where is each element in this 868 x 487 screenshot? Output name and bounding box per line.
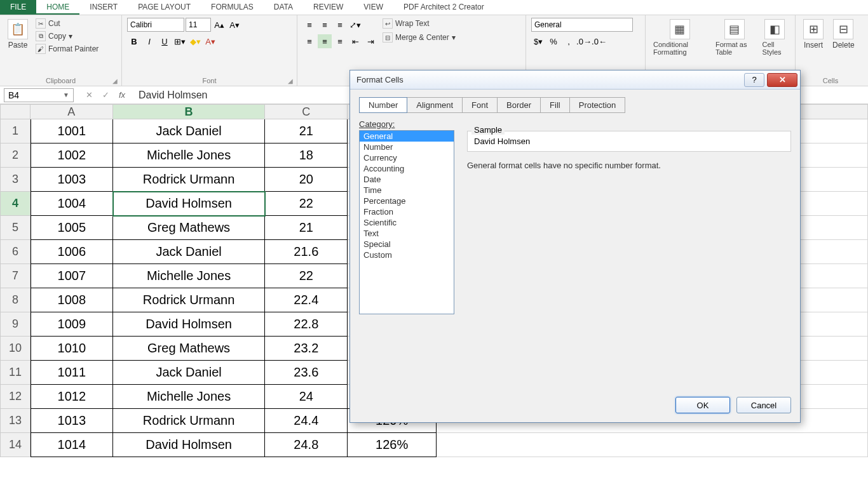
- tab-review[interactable]: REVIEW: [303, 0, 353, 15]
- fx-icon[interactable]: fx: [116, 90, 128, 100]
- column-header-C[interactable]: C: [265, 104, 348, 119]
- category-listbox[interactable]: GeneralNumberCurrencyAccountingDateTimeP…: [359, 130, 454, 314]
- name-box[interactable]: B4▼: [4, 88, 74, 102]
- cell-A5[interactable]: 1005: [31, 216, 113, 240]
- font-size-select[interactable]: [186, 18, 211, 32]
- cell-B9[interactable]: David Holmsen: [113, 312, 266, 337]
- cell-I14[interactable]: [437, 433, 868, 457]
- cell-A9[interactable]: 1009: [31, 312, 113, 337]
- row-header-12[interactable]: 12: [0, 385, 31, 409]
- font-color-button[interactable]: A▾: [203, 34, 217, 48]
- row-header-2[interactable]: 2: [0, 143, 31, 168]
- cell-A3[interactable]: 1003: [31, 168, 113, 192]
- tab-file[interactable]: FILE: [0, 0, 36, 15]
- comma-format-icon[interactable]: ,: [562, 34, 576, 48]
- cell-A8[interactable]: 1008: [31, 288, 113, 312]
- cell-B6[interactable]: Jack Daniel: [113, 240, 266, 264]
- cell-C2[interactable]: 18: [265, 143, 348, 168]
- cell-B12[interactable]: Michelle Jones: [113, 385, 266, 409]
- percent-format-icon[interactable]: %: [546, 34, 560, 48]
- tab-formulas[interactable]: FORMULAS: [201, 0, 264, 15]
- decrease-font-icon[interactable]: A▾: [227, 18, 241, 32]
- italic-button[interactable]: I: [142, 34, 156, 48]
- select-all-corner[interactable]: [0, 104, 31, 119]
- delete-button[interactable]: ⊟Delete: [830, 18, 857, 51]
- category-item-currency[interactable]: Currency: [360, 152, 454, 163]
- category-item-special[interactable]: Special: [360, 239, 454, 250]
- cell-A14[interactable]: 1014: [31, 433, 113, 457]
- cut-button[interactable]: ✂Cut: [34, 18, 100, 29]
- row-header-1[interactable]: 1: [0, 119, 31, 143]
- cell-A7[interactable]: 1007: [31, 264, 113, 288]
- cell-B2[interactable]: Michelle Jones: [113, 143, 266, 168]
- tab-data[interactable]: DATA: [264, 0, 303, 15]
- category-item-time[interactable]: Time: [360, 185, 454, 196]
- cell-A12[interactable]: 1012: [31, 385, 113, 409]
- dialog-help-icon[interactable]: ?: [744, 73, 764, 87]
- row-header-8[interactable]: 8: [0, 288, 31, 312]
- decrease-indent-icon[interactable]: ⇤: [348, 34, 362, 48]
- conditional-formatting-button[interactable]: ▦Conditional Formatting: [651, 18, 709, 57]
- tab-insert[interactable]: INSERT: [79, 0, 128, 15]
- cell-C14[interactable]: 24.8: [265, 433, 348, 457]
- cancel-edit-icon[interactable]: ✕: [83, 90, 95, 100]
- align-left-icon[interactable]: ≡: [302, 34, 316, 48]
- cell-C7[interactable]: 22: [265, 264, 348, 288]
- format-as-table-button[interactable]: ▤Format as Table: [713, 18, 756, 57]
- cell-A13[interactable]: 1013: [31, 409, 113, 433]
- category-item-accounting[interactable]: Accounting: [360, 163, 454, 174]
- copy-button[interactable]: ⧉Copy ▾: [34, 30, 100, 42]
- cell-B11[interactable]: Jack Daniel: [113, 361, 266, 385]
- column-header-A[interactable]: A: [31, 104, 113, 119]
- increase-font-icon[interactable]: A▴: [212, 18, 226, 32]
- cell-B14[interactable]: David Holmsen: [113, 433, 266, 457]
- cell-C10[interactable]: 23.2: [265, 337, 348, 361]
- dialog-tab-protection[interactable]: Protection: [569, 97, 626, 113]
- cell-A2[interactable]: 1002: [31, 143, 113, 168]
- category-item-number[interactable]: Number: [360, 142, 454, 152]
- category-item-fraction[interactable]: Fraction: [360, 206, 454, 217]
- cell-B7[interactable]: Michelle Jones: [113, 264, 266, 288]
- cell-C3[interactable]: 20: [265, 168, 348, 192]
- cell-C11[interactable]: 23.6: [265, 361, 348, 385]
- increase-decimal-icon[interactable]: .0→: [577, 34, 591, 48]
- cell-A4[interactable]: 1004: [31, 192, 113, 216]
- cell-C8[interactable]: 22.4: [265, 288, 348, 312]
- format-painter-button[interactable]: 🖌Format Painter: [34, 43, 100, 55]
- category-item-text[interactable]: Text: [360, 228, 454, 239]
- fill-color-button[interactable]: ◆▾: [188, 34, 202, 48]
- cell-B13[interactable]: Rodrick Urmann: [113, 409, 266, 433]
- row-header-9[interactable]: 9: [0, 312, 31, 337]
- cell-C5[interactable]: 21: [265, 216, 348, 240]
- tab-home[interactable]: HOME: [36, 0, 79, 15]
- row-header-11[interactable]: 11: [0, 361, 31, 385]
- cell-D14[interactable]: 126%: [348, 433, 437, 457]
- underline-button[interactable]: U: [158, 34, 172, 48]
- category-item-date[interactable]: Date: [360, 174, 454, 185]
- ok-button[interactable]: OK: [675, 397, 730, 413]
- name-box-dropdown-icon[interactable]: ▼: [63, 91, 69, 98]
- decrease-decimal-icon[interactable]: .0←: [592, 34, 606, 48]
- cell-B3[interactable]: Rodrick Urmann: [113, 168, 266, 192]
- borders-button[interactable]: ⊞▾: [173, 34, 187, 48]
- dialog-tab-font[interactable]: Font: [462, 97, 498, 113]
- accounting-format-icon[interactable]: $▾: [531, 34, 545, 48]
- dialog-tab-fill[interactable]: Fill: [540, 97, 570, 113]
- cell-C1[interactable]: 21: [265, 119, 348, 143]
- increase-indent-icon[interactable]: ⇥: [363, 34, 377, 48]
- category-item-custom[interactable]: Custom: [360, 250, 454, 260]
- cell-styles-button[interactable]: ◧Cell Styles: [760, 18, 790, 57]
- font-launcher-icon[interactable]: ◢: [288, 77, 293, 84]
- dialog-tab-number[interactable]: Number: [359, 97, 407, 113]
- row-header-4[interactable]: 4: [0, 192, 31, 216]
- row-header-3[interactable]: 3: [0, 168, 31, 192]
- cell-A11[interactable]: 1011: [31, 361, 113, 385]
- align-right-icon[interactable]: ≡: [333, 34, 347, 48]
- row-header-7[interactable]: 7: [0, 264, 31, 288]
- align-top-icon[interactable]: ≡: [302, 18, 316, 32]
- row-header-13[interactable]: 13: [0, 409, 31, 433]
- insert-button[interactable]: ⊞Insert: [801, 18, 826, 51]
- merge-center-button[interactable]: ⊟Merge & Center ▾: [381, 32, 457, 43]
- align-bottom-icon[interactable]: ≡: [333, 18, 347, 32]
- cancel-button[interactable]: Cancel: [736, 397, 791, 413]
